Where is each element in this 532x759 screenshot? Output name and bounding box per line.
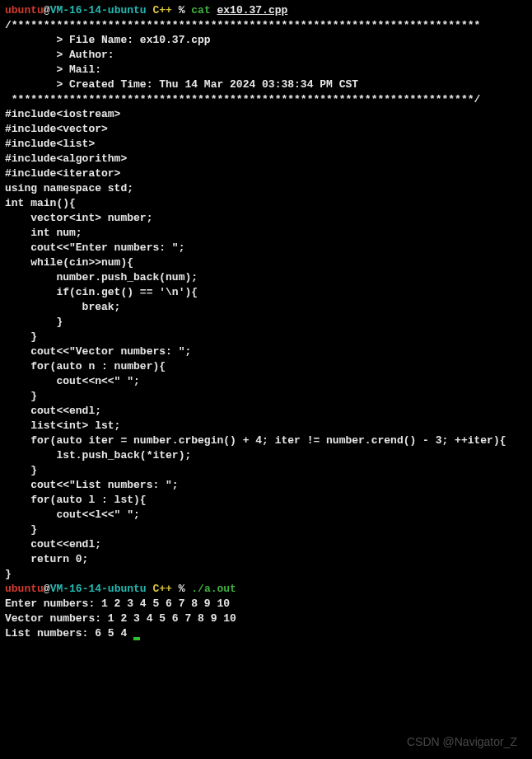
code-line: for(auto l : lst){: [5, 493, 527, 508]
code-line: int num;: [5, 226, 527, 241]
code-line: > Author:: [5, 48, 527, 63]
prompt-dir: C++: [147, 4, 179, 16]
code-line: cout<<"Enter numbers: ";: [5, 241, 527, 255]
prompt-host: VM-16-14-ubuntu: [50, 583, 147, 595]
code-line: cout<<l<<" ";: [5, 508, 527, 522]
code-line: #include<list>: [5, 137, 527, 152]
code-line: cout<<endl;: [5, 404, 527, 419]
code-line: lst.push_back(*iter);: [5, 448, 527, 463]
prompt-host: VM-16-14-ubuntu: [50, 4, 147, 16]
watermark: CSDN @Navigator_Z: [407, 734, 517, 749]
code-line: cout<<"List numbers: ";: [5, 478, 527, 493]
code-line: list<int> lst;: [5, 419, 527, 433]
output-line: List numbers: 6 5 4: [5, 626, 527, 641]
code-line: if(cin.get() == '\n'){: [5, 285, 527, 300]
code-line: vector<int> number;: [5, 211, 527, 226]
prompt-line-2[interactable]: ubuntu@VM-16-14-ubuntu C++ % ./a.out: [5, 582, 527, 597]
code-line: }: [5, 522, 527, 537]
code-line: while(cin>>num){: [5, 255, 527, 270]
code-line: }: [5, 315, 527, 330]
output-line: Enter numbers: 1 2 3 4 5 6 7 8 9 10: [5, 597, 527, 611]
prompt-sep: %: [179, 583, 192, 595]
prompt-user: ubuntu: [5, 4, 44, 16]
code-line: for(auto iter = number.crbegin() + 4; it…: [5, 433, 527, 448]
command-arg-file: ex10.37.cpp: [217, 4, 288, 16]
code-line: ****************************************…: [5, 92, 527, 107]
code-line: number.push_back(num);: [5, 270, 527, 285]
command-cat: cat: [191, 4, 217, 16]
code-line: }: [5, 389, 527, 404]
code-line: #include<iterator>: [5, 166, 527, 181]
code-line: #include<iostream>: [5, 107, 527, 122]
code-line: cout<<n<<" ";: [5, 374, 527, 389]
code-line: }: [5, 330, 527, 344]
code-line: break;: [5, 300, 527, 315]
code-line: for(auto n : number){: [5, 359, 527, 374]
prompt-user: ubuntu: [5, 583, 44, 595]
output-line: Vector numbers: 1 2 3 4 5 6 7 8 9 10: [5, 611, 527, 626]
code-line: #include<vector>: [5, 122, 527, 137]
prompt-line-1[interactable]: ubuntu@VM-16-14-ubuntu C++ % cat ex10.37…: [5, 3, 527, 18]
code-line: #include<algorithm>: [5, 152, 527, 166]
code-line: > Created Time: Thu 14 Mar 2024 03:38:34…: [5, 77, 527, 92]
prompt-at: @: [44, 583, 50, 595]
prompt-dir: C++: [147, 583, 179, 595]
code-line: }: [5, 567, 527, 582]
prompt-sep: %: [179, 4, 192, 16]
code-line: }: [5, 463, 527, 478]
code-line: using namespace std;: [5, 181, 527, 196]
code-line: int main(){: [5, 196, 527, 211]
output-text: List numbers: 6 5 4: [5, 627, 127, 640]
code-line: > Mail:: [5, 63, 527, 77]
code-line: > File Name: ex10.37.cpp: [5, 33, 527, 48]
command-run: ./a.out: [191, 583, 236, 595]
code-line: return 0;: [5, 552, 527, 567]
prompt-at: @: [44, 4, 50, 16]
terminal-cursor: [133, 637, 140, 640]
code-line: cout<<endl;: [5, 537, 527, 552]
code-line: cout<<"Vector numbers: ";: [5, 344, 527, 359]
code-line: /***************************************…: [5, 18, 527, 33]
